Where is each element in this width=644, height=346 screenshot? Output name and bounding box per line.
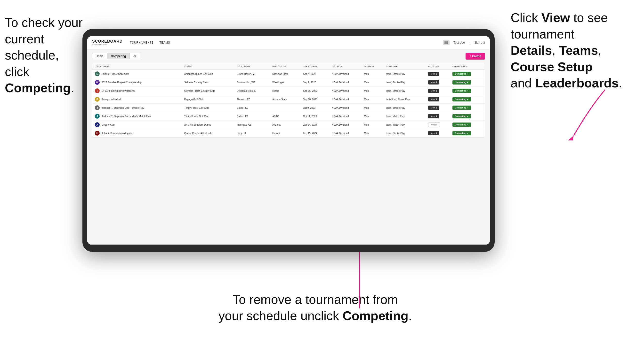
create-button[interactable]: + Create xyxy=(466,53,485,60)
cell-event-name: A Copper Cup xyxy=(92,121,182,129)
annotation-bottom-2: your schedule unclick xyxy=(218,309,342,323)
col-event-name: EVENT NAME xyxy=(92,63,182,70)
competing-button[interactable]: Competing ✓ xyxy=(452,72,471,76)
nav-separator: | xyxy=(470,41,470,44)
cell-competing: Competing ✓ xyxy=(450,104,485,112)
cell-scoring: team, Match Play xyxy=(384,121,426,129)
tab-competing[interactable]: Competing xyxy=(107,53,130,59)
view-button[interactable]: View ℹ xyxy=(428,114,439,118)
table-row: J Jackson T. Stephens Cup – Men's Match … xyxy=(92,112,485,121)
cell-start-date: Oct 9, 2023 xyxy=(301,104,330,112)
cell-action: View ℹ xyxy=(426,104,450,112)
competing-button[interactable]: Competing ✓ xyxy=(452,131,471,135)
tablet-frame: SCOREBOARD Powered by clippi TOURNAMENTS… xyxy=(82,29,495,252)
annotation-tr-1: Click xyxy=(511,11,542,25)
team-logo: P xyxy=(95,97,100,102)
cell-action: View ℹ xyxy=(426,70,450,78)
cell-venue: Olympia Fields Country Club xyxy=(182,87,234,95)
cell-scoring: team, Match Play xyxy=(384,112,426,121)
cell-competing: Competing ✓ xyxy=(450,112,485,121)
cell-venue: Trinity Forest Golf Club xyxy=(182,112,234,121)
col-venue: VENUE xyxy=(182,63,234,70)
cell-competing: Competing ✓ xyxy=(450,87,485,95)
col-start-date: START DATE xyxy=(301,63,330,70)
cell-action: View ℹ xyxy=(426,95,450,104)
cell-competing: Competing ✓ xyxy=(450,78,485,87)
annotation-bottom-1: To remove a tournament from xyxy=(232,293,398,307)
competing-button[interactable]: Competing ✓ xyxy=(452,97,471,101)
svg-rect-4 xyxy=(444,41,448,42)
annotation-bold: Competing xyxy=(5,81,71,95)
cell-event-name: W 2023 Sahalee Players Championship xyxy=(92,78,182,87)
edit-button[interactable]: ✏ Edit xyxy=(428,122,440,127)
view-button[interactable]: View ℹ xyxy=(428,72,439,76)
event-name-text: Folds of Honor Collegiate xyxy=(102,73,129,75)
cell-event-name: J Jackson T. Stephens Cup – Men's Match … xyxy=(92,112,182,121)
nav-signout[interactable]: Sign out xyxy=(474,41,485,44)
cell-city-state: Dallas, TX xyxy=(234,112,270,121)
cell-competing: Competing ✓ xyxy=(450,70,485,78)
competing-button[interactable]: Competing ✓ xyxy=(452,89,471,93)
view-button[interactable]: View ℹ xyxy=(428,97,439,101)
cell-event-name: P Papago Individual xyxy=(92,95,182,104)
table-row: A Copper Cup Ak-Chin Southern Dunes Mari… xyxy=(92,121,485,129)
cell-gender: Men xyxy=(362,112,383,121)
table-row: H John A. Burns Intercollegiate Ocean Co… xyxy=(92,129,485,138)
competing-button[interactable]: Competing ✓ xyxy=(452,80,471,84)
view-button[interactable]: View ℹ xyxy=(428,131,439,135)
competing-button[interactable]: Competing ✓ xyxy=(452,114,471,118)
cell-scoring: team, Stroke Play xyxy=(384,70,426,78)
cell-division: NCAA Division I xyxy=(329,104,362,112)
cell-hosted-by: Arizona xyxy=(270,121,301,129)
annotation-line3: click xyxy=(5,65,29,79)
col-hosted-by: HOSTED BY xyxy=(270,63,301,70)
annotation-tr-bold4: Leaderboards xyxy=(535,76,618,90)
cell-city-state: Dallas, TX xyxy=(234,104,270,112)
tab-home[interactable]: Home xyxy=(92,53,107,59)
nav-right: Test User | Sign out xyxy=(443,40,485,45)
team-logo: W xyxy=(95,80,100,85)
cell-division: NCAA Division I xyxy=(329,78,362,87)
nav-user: Test User xyxy=(454,41,466,44)
event-name-text: John A. Burns Intercollegiate xyxy=(102,132,132,135)
cell-start-date: Sep 9, 2023 xyxy=(301,78,330,87)
table-row: S Folds of Honor Collegiate American Dun… xyxy=(92,70,485,78)
table-row: I OFCC Fighting Illini Invitational Olym… xyxy=(92,87,485,95)
team-logo: H xyxy=(95,131,100,136)
view-button[interactable]: View ℹ xyxy=(428,106,439,110)
annotation-tr-bold1: View xyxy=(542,11,570,25)
table-header-row: EVENT NAME VENUE CITY, STATE HOSTED BY S… xyxy=(92,63,485,70)
col-actions: ACTIONS xyxy=(426,63,450,70)
cell-gender: Men xyxy=(362,121,383,129)
view-button[interactable]: View ℹ xyxy=(428,89,439,93)
cell-division: NCAA Division I xyxy=(329,121,362,129)
nav-link-teams[interactable]: TEAMS xyxy=(160,41,170,44)
annotation-top-right: Click View to see tournament Details, Te… xyxy=(511,10,637,92)
table-row: W 2023 Sahalee Players Championship Saha… xyxy=(92,78,485,87)
cell-venue: American Dunes Golf Club xyxy=(182,70,234,78)
annotation-period: . xyxy=(71,81,74,95)
cell-division: NCAA Division I xyxy=(329,95,362,104)
competing-button[interactable]: Competing ✓ xyxy=(452,123,471,127)
competing-button[interactable]: Competing ✓ xyxy=(452,106,471,110)
cell-event-name: S Folds of Honor Collegiate xyxy=(92,70,182,78)
view-button[interactable]: View ℹ xyxy=(428,80,439,84)
cell-hosted-by: Washington xyxy=(270,78,301,87)
cell-gender: Men xyxy=(362,70,383,78)
cell-action: View ℹ xyxy=(426,112,450,121)
nav-link-tournaments[interactable]: TOURNAMENTS xyxy=(130,41,154,44)
event-name-text: Papago Individual xyxy=(102,98,121,101)
col-scoring: SCORING xyxy=(384,63,426,70)
annotation-bottom: To remove a tournament from your schedul… xyxy=(218,292,412,324)
annotation-line2: current schedule, xyxy=(5,32,59,62)
cell-gender: Men xyxy=(362,129,383,138)
cell-city-state: Grand Haven, MI xyxy=(234,70,270,78)
cell-city-state: Olympia Fields, IL xyxy=(234,87,270,95)
tab-all[interactable]: All xyxy=(130,53,140,59)
event-name-text: 2023 Sahalee Players Championship xyxy=(102,81,142,84)
cell-hosted-by: Arizona State xyxy=(270,95,301,104)
cell-division: NCAA Division I xyxy=(329,112,362,121)
nav-icon-box xyxy=(443,40,450,45)
annotation-tr-bold3: Teams xyxy=(559,43,598,57)
svg-rect-6 xyxy=(444,43,448,44)
